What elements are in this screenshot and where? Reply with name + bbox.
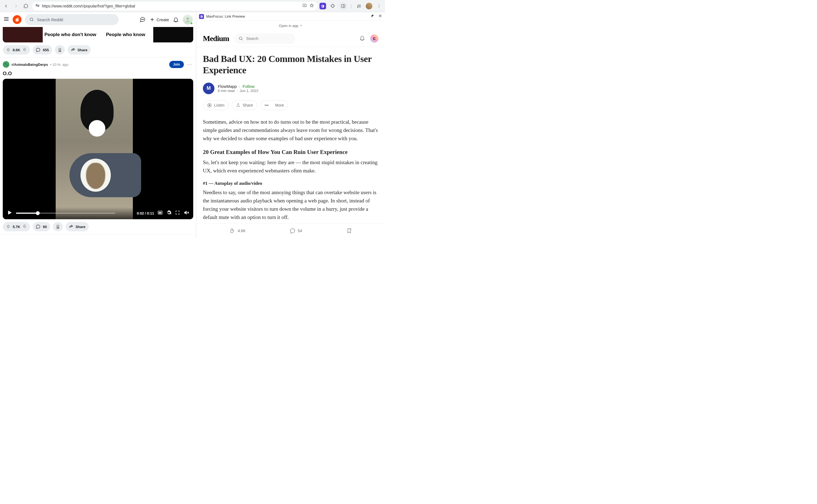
- vote-pill[interactable]: 8.6K: [3, 45, 30, 55]
- svg-point-28: [59, 48, 61, 50]
- clap-icon: [229, 228, 236, 234]
- menu-icon[interactable]: [3, 16, 9, 23]
- svg-text:CC: CC: [159, 212, 161, 214]
- address-bar[interactable]: https://www.reddit.com/r/popular/hot/?ge…: [32, 2, 317, 10]
- listen-button[interactable]: Listen: [203, 100, 229, 110]
- seek-bar[interactable]: [16, 213, 115, 214]
- captions-icon[interactable]: CC: [157, 210, 163, 216]
- extension-badge-icon[interactable]: ◑: [320, 3, 326, 9]
- comment-icon: [290, 228, 296, 234]
- open-in-app-link[interactable]: Open in app: [196, 21, 385, 31]
- article-heading: 20 Great Examples of How You Can Ruin Us…: [203, 148, 378, 157]
- svg-point-12: [379, 7, 379, 7]
- award-icon: [55, 224, 60, 229]
- clap-button[interactable]: 4.6K: [229, 228, 246, 234]
- upvote-icon[interactable]: [6, 47, 10, 53]
- notifications-icon[interactable]: [359, 35, 365, 42]
- svg-point-18: [17, 20, 18, 20]
- reload-button[interactable]: [22, 2, 30, 10]
- extensions-icon[interactable]: [329, 2, 337, 10]
- settings-icon[interactable]: [166, 210, 172, 216]
- share-button[interactable]: Share: [66, 222, 89, 231]
- follow-link[interactable]: Follow: [243, 84, 255, 89]
- create-button[interactable]: Create: [149, 17, 169, 22]
- comments-button[interactable]: 60: [33, 222, 50, 231]
- post-image[interactable]: People who don't know People who know: [3, 27, 193, 42]
- play-icon[interactable]: [7, 210, 13, 217]
- subreddit-avatar[interactable]: 🐾: [3, 61, 9, 68]
- svg-point-27: [186, 17, 189, 20]
- search-icon: [29, 17, 34, 22]
- svg-line-21: [32, 20, 33, 21]
- award-icon: [57, 47, 62, 52]
- svg-point-10: [379, 4, 379, 5]
- mute-icon[interactable]: [183, 210, 189, 217]
- comment-count: 60: [43, 225, 47, 229]
- reddit-search-input[interactable]: Search Reddit: [25, 14, 118, 25]
- search-placeholder: Search: [246, 36, 258, 41]
- side-panel-icon[interactable]: [339, 2, 347, 10]
- response-count: 54: [298, 229, 302, 233]
- reddit-logo-icon[interactable]: [13, 15, 21, 24]
- extension-header: ◑ MaxFocus: Link Preview: [196, 12, 385, 21]
- comment-count: 655: [43, 48, 49, 52]
- medium-logo[interactable]: Medium: [203, 34, 229, 43]
- more-icon: •••: [265, 103, 269, 107]
- svg-point-11: [379, 6, 379, 6]
- medium-search-input[interactable]: Search: [235, 33, 295, 44]
- author-name[interactable]: FlowMapp: [218, 84, 237, 89]
- award-button[interactable]: [55, 45, 65, 55]
- article-content: Bad Bad UX: 20 Common Mistakes in User E…: [196, 47, 385, 235]
- vote-pill[interactable]: 5.7K: [3, 222, 30, 231]
- vote-count: 5.7K: [13, 225, 20, 229]
- bookmark-icon[interactable]: [310, 3, 314, 9]
- upvote-icon[interactable]: [6, 224, 10, 229]
- article-paragraph: Sometimes, advice on how not to do turns…: [203, 118, 378, 143]
- media-control-icon[interactable]: [355, 2, 363, 10]
- post-card: ? r/maybemaybemaybe • 13 hr. ago Join ⋯ …: [0, 234, 196, 238]
- bookmark-button[interactable]: [347, 228, 352, 234]
- share-label: Share: [75, 225, 85, 229]
- install-app-icon[interactable]: [302, 3, 307, 9]
- chrome-profile-avatar[interactable]: [366, 3, 372, 9]
- forward-button[interactable]: [12, 2, 20, 10]
- notifications-icon[interactable]: [173, 17, 179, 23]
- back-button[interactable]: [2, 2, 10, 10]
- chrome-menu-icon[interactable]: [375, 2, 383, 10]
- video-controls: 0:02 / 0:11 CC: [3, 207, 193, 219]
- post-card: 🐾 r/AnimalsBeingDerps • 10 hr. ago Join …: [0, 58, 196, 234]
- share-icon: [69, 224, 73, 229]
- post-title[interactable]: O.O: [3, 70, 193, 79]
- more-button[interactable]: ••• More: [261, 100, 288, 110]
- post-age: • 10 hr. ago: [50, 63, 68, 67]
- author-avatar[interactable]: M: [203, 83, 215, 94]
- meme-text-left: People who don't know: [43, 27, 98, 42]
- browser-toolbar: https://www.reddit.com/r/popular/hot/?ge…: [0, 0, 385, 12]
- responses-button[interactable]: 54: [290, 228, 302, 234]
- comments-button[interactable]: 655: [33, 45, 52, 55]
- site-settings-icon[interactable]: [35, 3, 40, 9]
- join-button[interactable]: Join: [169, 61, 184, 68]
- share-button[interactable]: Share: [67, 45, 91, 55]
- chat-icon[interactable]: [139, 17, 145, 23]
- svg-point-16: [15, 18, 19, 22]
- comment-icon: [36, 224, 40, 229]
- downvote-icon[interactable]: [22, 47, 27, 53]
- downvote-icon[interactable]: [22, 224, 27, 229]
- reddit-avatar[interactable]: [183, 15, 193, 25]
- meme-text-right: People who know: [98, 27, 153, 42]
- share-button[interactable]: Share: [232, 100, 257, 110]
- medium-avatar[interactable]: C: [370, 34, 378, 43]
- close-icon[interactable]: [378, 14, 382, 19]
- clap-count: 4.6K: [238, 229, 246, 233]
- reddit-header: Search Reddit Create: [0, 12, 196, 27]
- pin-icon[interactable]: [370, 14, 374, 19]
- reddit-pane: Search Reddit Create People who don't kn…: [0, 12, 196, 238]
- subreddit-link[interactable]: r/AnimalsBeingDerps: [12, 63, 48, 67]
- publish-date: Jun 1, 2022: [240, 89, 258, 93]
- post-video[interactable]: 0:02 / 0:11 CC: [3, 79, 193, 219]
- share-icon: [236, 103, 240, 107]
- fullscreen-icon[interactable]: [175, 210, 180, 216]
- award-button[interactable]: [53, 222, 63, 231]
- post-more-icon[interactable]: ⋯: [186, 61, 193, 67]
